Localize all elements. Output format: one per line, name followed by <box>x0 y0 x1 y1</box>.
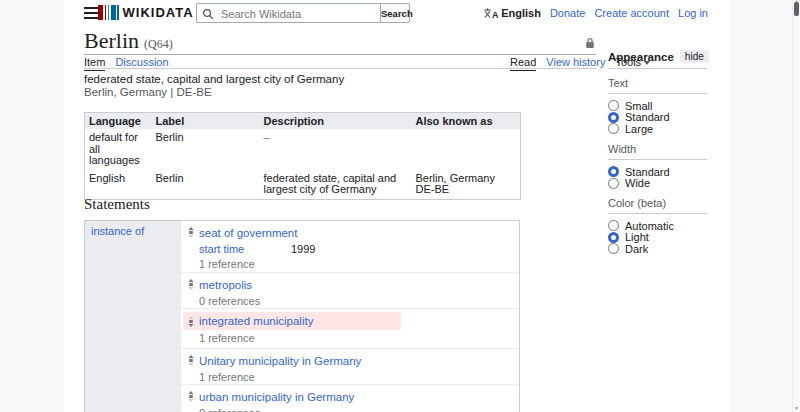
qualifier-property-link[interactable]: start time <box>199 243 291 255</box>
references-toggle[interactable]: 1 reference <box>181 370 519 384</box>
radio-label: Large <box>625 123 653 135</box>
qualifier-value: 1999 <box>291 243 315 255</box>
radio-button[interactable] <box>608 243 619 254</box>
radio-label: Wide <box>625 177 650 189</box>
appearance-hide-button[interactable]: hide <box>680 50 709 63</box>
appearance-title: Appearance <box>608 51 674 63</box>
statement-row: metropolis0 references <box>181 273 519 309</box>
radio-button[interactable] <box>608 100 619 111</box>
statement-value-link[interactable]: seat of government <box>199 227 297 239</box>
language-selector[interactable]: A English <box>484 7 541 19</box>
references-toggle[interactable]: 0 references <box>181 294 519 308</box>
vertical-scrollbar[interactable]: ▲ ▼ <box>792 0 800 412</box>
radio-button[interactable] <box>608 220 619 231</box>
radio-button[interactable] <box>608 123 619 134</box>
terms-table-header-row: Language Label Description Also known as <box>85 113 521 130</box>
radio-label: Light <box>625 231 649 243</box>
radio-label: Small <box>625 100 653 112</box>
lock-icon <box>585 37 595 51</box>
appearance-section-label: Text <box>608 77 707 94</box>
log-in-link[interactable]: Log in <box>678 7 708 19</box>
rank-icon <box>188 316 194 327</box>
radio-button[interactable] <box>608 178 619 189</box>
scrollbar-thumb[interactable] <box>794 2 799 16</box>
property-link[interactable]: instance of <box>91 225 175 237</box>
terms-table: Language Label Description Also known as… <box>84 112 521 200</box>
appearance-options: AutomaticLightDark <box>608 220 707 255</box>
statement-main-snak: Unitary municipality in Germany <box>183 352 401 369</box>
radio-label: Dark <box>625 243 648 255</box>
statement-main-snak: integrated municipality <box>183 312 401 330</box>
statement-property-column: instance of <box>85 221 181 412</box>
user-links: A English Donate Create account Log in <box>484 0 708 26</box>
svg-text:A: A <box>492 10 498 19</box>
appearance-sections: TextSmallStandardLargeWidthStandardWideC… <box>608 77 707 255</box>
references-toggle[interactable]: 1 reference <box>181 257 519 271</box>
radio-option-automatic[interactable]: Automatic <box>608 220 707 232</box>
claims-list: seat of governmentstart time19991 refere… <box>181 221 519 412</box>
wikidata-wordmark: WIKIDATA <box>123 5 194 20</box>
item-description: federated state, capital and largest cit… <box>84 73 344 85</box>
alias-line: DE-BE <box>416 184 517 196</box>
table-row: default for all languagesBerlin– <box>85 129 521 170</box>
qualifier-row: start time1999 <box>181 241 519 256</box>
statement-value-link[interactable]: Unitary municipality in Germany <box>199 355 361 367</box>
statements-heading: Statements <box>84 196 150 213</box>
table-row: EnglishBerlinfederated state, capital an… <box>85 170 521 200</box>
radio-option-standard[interactable]: Standard <box>608 166 707 178</box>
appearance-options: StandardWide <box>608 166 707 189</box>
create-account-link[interactable]: Create account <box>594 7 669 19</box>
search-button[interactable]: Search <box>380 3 410 23</box>
radio-button[interactable] <box>608 232 619 243</box>
radio-option-small[interactable]: Small <box>608 100 707 112</box>
menu-icon[interactable] <box>84 7 99 19</box>
cell-also-known-as <box>412 129 521 170</box>
statement-main-snak: metropolis <box>183 276 401 293</box>
search-box <box>196 3 380 23</box>
right-gutter <box>730 0 792 412</box>
left-gutter <box>0 0 64 412</box>
search-input[interactable] <box>219 4 379 24</box>
col-label: Label <box>152 113 260 130</box>
rank-icon <box>188 279 194 290</box>
cell-label: Berlin <box>152 129 260 170</box>
page-title: Berlin(Q64) <box>84 28 173 54</box>
references-toggle[interactable]: 0 references <box>181 406 519 412</box>
cell-language: English <box>85 170 152 200</box>
rank-icon <box>188 355 194 366</box>
cell-language: default for all languages <box>85 129 152 170</box>
language-icon: A <box>484 8 498 19</box>
rank-icon <box>188 391 194 402</box>
col-also-known-as: Also known as <box>412 113 521 130</box>
wikidata-item-page: WIKIDATA Search <box>0 0 800 412</box>
scrollbar-down-arrow[interactable]: ▼ <box>793 406 800 411</box>
statement-row: Unitary municipality in Germany1 referen… <box>181 349 519 385</box>
statement-row: urban municipality in Germany0 reference… <box>181 385 519 412</box>
tabs-divider <box>84 68 596 69</box>
statement-row: integrated municipality1 reference <box>181 309 519 349</box>
radio-button[interactable] <box>608 112 619 123</box>
wikidata-logo[interactable]: WIKIDATA <box>98 5 194 20</box>
radio-option-standard[interactable]: Standard <box>608 112 707 124</box>
statement-main-snak: seat of government <box>183 224 401 241</box>
statement-value-link[interactable]: metropolis <box>199 279 252 291</box>
radio-option-large[interactable]: Large <box>608 123 707 135</box>
radio-button[interactable] <box>608 166 619 177</box>
radio-option-dark[interactable]: Dark <box>608 243 707 255</box>
radio-option-wide[interactable]: Wide <box>608 177 707 189</box>
radio-label: Automatic <box>625 220 674 232</box>
terms-table-body: default for all languagesBerlin–EnglishB… <box>85 129 521 199</box>
cell-label: Berlin <box>152 170 260 200</box>
radio-label: Standard <box>625 111 670 123</box>
statement-value-link[interactable]: urban municipality in Germany <box>199 391 354 403</box>
appearance-section-label: Width <box>608 143 707 160</box>
cell-description: federated state, capital and largest cit… <box>260 170 412 200</box>
cell-also-known-as: Berlin, GermanyDE-BE <box>412 170 521 200</box>
appearance-panel: Appearance hide TextSmallStandardLargeWi… <box>608 50 707 255</box>
statement-value-link[interactable]: integrated municipality <box>199 315 313 327</box>
item-aliases: Berlin, Germany | DE-BE <box>84 86 212 98</box>
donate-link[interactable]: Donate <box>550 7 585 19</box>
title-divider <box>84 54 596 55</box>
radio-option-light[interactable]: Light <box>608 232 707 244</box>
references-toggle[interactable]: 1 reference <box>181 331 519 345</box>
